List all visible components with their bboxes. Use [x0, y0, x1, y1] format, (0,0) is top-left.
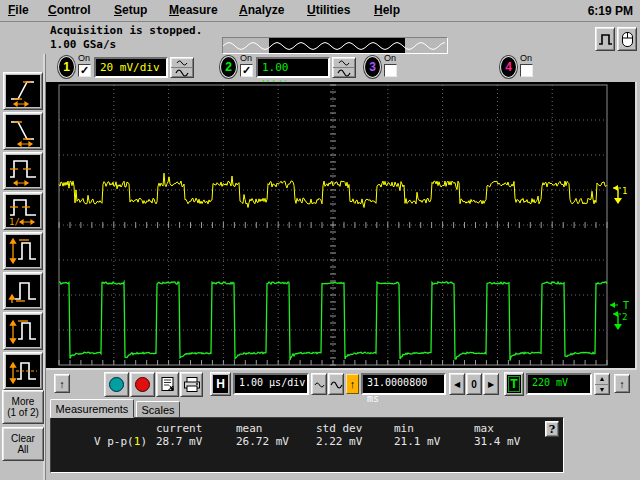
sine-small-icon[interactable]: [333, 58, 355, 67]
channel-3-button[interactable]: 3: [364, 56, 381, 78]
fall-time-button[interactable]: [3, 112, 43, 150]
channel-2-scale-spinner[interactable]: [332, 57, 356, 78]
value-min: 21.1 mV: [394, 435, 440, 448]
channel-3-on-group: On: [384, 54, 402, 77]
channel-2-on-checkbox[interactable]: ✓: [240, 64, 253, 77]
more-button-page: (1 of 2): [7, 407, 39, 418]
down-triangle-icon[interactable]: ▼: [595, 384, 609, 395]
header-min: min: [394, 422, 414, 435]
timebase-fine-button[interactable]: [311, 373, 327, 395]
channel-1-on-checkbox[interactable]: ✓: [78, 64, 91, 77]
channel-4-on-label: On: [520, 54, 538, 63]
measurements-header-row: current mean std dev min max: [51, 422, 563, 435]
zero-label: 0: [471, 379, 477, 390]
channel-1-scale-spinner[interactable]: [170, 57, 194, 78]
zero-position-button[interactable]: 0: [466, 373, 482, 395]
measurement-name: V p-p(1): [51, 435, 147, 448]
pulse-mode-icon: [598, 32, 613, 47]
svg-text:2: 2: [622, 312, 627, 322]
up-arrow-icon: ↑: [350, 378, 356, 390]
menu-utilities[interactable]: Utilities: [307, 3, 350, 17]
value-mean: 26.72 mV: [236, 435, 289, 448]
pulse-width-icon: [6, 155, 40, 187]
value-max: 31.4 mV: [474, 435, 520, 448]
menu-analyze[interactable]: Analyze: [239, 3, 284, 17]
trigger-level-spinner[interactable]: ▲ ▼: [594, 373, 610, 395]
stop-button[interactable]: [130, 372, 155, 397]
print-button[interactable]: [180, 372, 203, 397]
waveform-display[interactable]: 1T2: [46, 82, 637, 370]
fall-time-icon: [6, 115, 40, 147]
up-arrow-icon: ↑: [619, 378, 625, 390]
channel-4-on-checkbox[interactable]: [520, 64, 533, 77]
header-std-dev: std dev: [316, 422, 362, 435]
frequency-icon: 1/: [6, 195, 40, 227]
right-triangle-icon: ▶: [488, 380, 494, 389]
more-button[interactable]: More (1 of 2): [2, 390, 44, 424]
sine-large-icon[interactable]: [333, 67, 355, 77]
oscilloscope-app: { "window": { "clock": "6:19 PM" }, "men…: [0, 0, 640, 480]
clear-all-button[interactable]: Clear All: [2, 427, 44, 461]
menu-measure[interactable]: Measure: [169, 3, 218, 17]
panel-expand-left-button[interactable]: ↑: [54, 374, 70, 393]
scroll-left-button[interactable]: ◀: [449, 373, 465, 395]
scroll-right-button[interactable]: ▶: [483, 373, 499, 395]
run-button[interactable]: [104, 372, 129, 397]
trigger-level-field[interactable]: 220 mV: [526, 373, 592, 395]
value-std-dev: 2.22 mV: [316, 435, 362, 448]
trigger-button[interactable]: T: [504, 372, 524, 396]
menu-control[interactable]: Control: [48, 3, 91, 17]
value-current: 28.7 mV: [156, 435, 202, 448]
channel-2-scale-field[interactable]: 1.00 V/div: [256, 57, 330, 78]
pulse-width-button[interactable]: [3, 152, 43, 190]
status-line2: 1.00 GSa/s: [50, 38, 116, 51]
channel-1-button[interactable]: 1: [58, 56, 75, 78]
header-mean: mean: [236, 422, 263, 435]
panel-expand-right-button[interactable]: ↑: [614, 374, 630, 393]
header-max: max: [474, 422, 494, 435]
waveform-position-scrollbar[interactable]: [222, 37, 448, 54]
horizontal-button[interactable]: H: [210, 372, 231, 396]
up-triangle-icon[interactable]: ▲: [595, 374, 609, 384]
more-button-label: More: [12, 396, 35, 407]
rise-time-icon: [6, 75, 40, 107]
run-icon: [109, 377, 124, 392]
v-average-button[interactable]: [3, 352, 43, 390]
channel-4-button[interactable]: 4: [500, 56, 517, 78]
printer-icon: [183, 376, 201, 393]
svg-text:1/: 1/: [9, 217, 20, 227]
help-button[interactable]: ?: [545, 421, 559, 437]
rise-time-button[interactable]: [3, 72, 43, 110]
up-arrow-icon: ↑: [59, 378, 65, 390]
v-max-icon: [6, 315, 40, 347]
status-line1: Acquisition is stopped.: [50, 24, 202, 37]
channel-3-on-checkbox[interactable]: [384, 64, 397, 77]
tab-scales[interactable]: Scales: [136, 401, 180, 418]
timebase-coarse-button[interactable]: [328, 373, 344, 395]
trigger-position-marker-button[interactable]: ↑: [346, 374, 359, 394]
trigger-position-field[interactable]: 31.0000800 ms: [361, 373, 446, 395]
menu-file[interactable]: File: [8, 3, 29, 17]
menu-setup[interactable]: Setup: [114, 3, 147, 17]
measurements-panel: current mean std dev min max V p-p(1) 28…: [50, 417, 564, 473]
sine-large-icon[interactable]: [171, 67, 193, 77]
frequency-button[interactable]: 1/: [3, 192, 43, 230]
mouse-pointer-icon: [620, 31, 635, 48]
v-max-button[interactable]: [3, 312, 43, 350]
v-peak-peak-button[interactable]: [3, 232, 43, 270]
sine-large-icon: [330, 380, 343, 389]
timebase-field[interactable]: 1.00 µs/div: [233, 373, 309, 395]
channel-1-scale-field[interactable]: 20 mV/div: [94, 57, 168, 78]
sine-small-icon[interactable]: [171, 58, 193, 67]
tab-measurements[interactable]: Measurements: [50, 399, 134, 418]
header-current: current: [156, 422, 202, 435]
copy-screen-button[interactable]: [156, 372, 179, 397]
v-min-icon: [6, 275, 40, 307]
channel-4-on-group: On: [520, 54, 538, 77]
clipboard-icon: [160, 376, 176, 393]
v-min-button[interactable]: [3, 272, 43, 310]
channel-2-button[interactable]: 2: [220, 56, 237, 78]
menu-help[interactable]: Help: [374, 3, 400, 17]
mouse-tool-button[interactable]: [617, 27, 637, 51]
pulse-mode-button[interactable]: [595, 27, 615, 51]
